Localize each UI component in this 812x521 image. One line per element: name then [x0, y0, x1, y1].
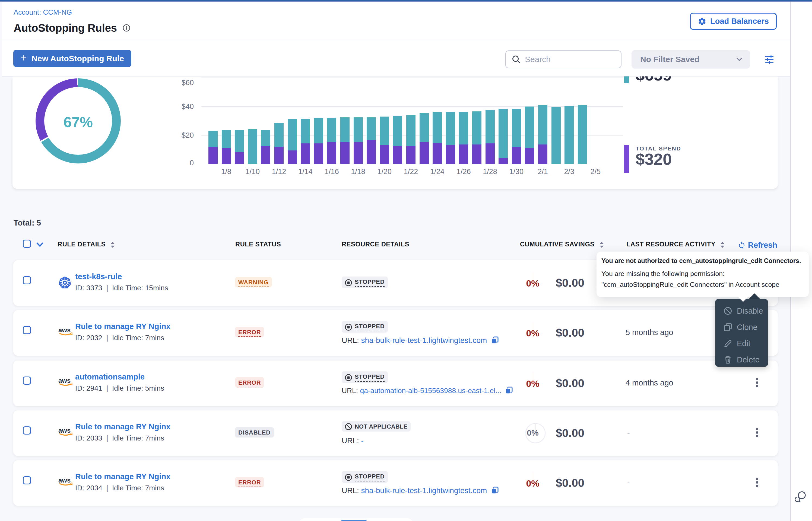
svg-text:aws: aws [58, 427, 70, 434]
svg-text:aws: aws [58, 477, 70, 484]
svg-text:aws: aws [58, 377, 70, 384]
svg-text:aws: aws [58, 326, 70, 334]
